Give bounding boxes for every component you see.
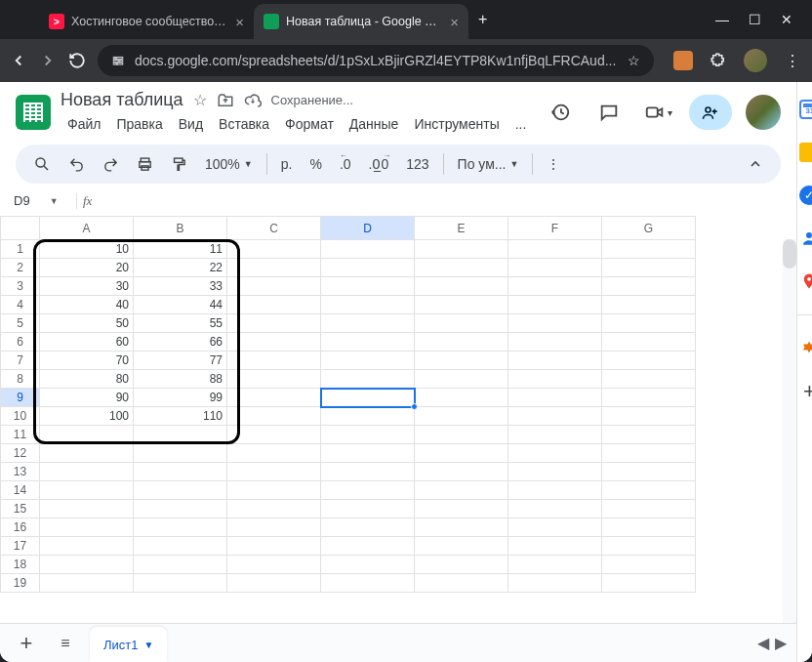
zoom-dropdown[interactable]: 100% ▼ xyxy=(197,150,261,178)
grid-cell[interactable]: 77 xyxy=(134,352,227,370)
grid-cell[interactable] xyxy=(602,537,696,556)
undo-button[interactable] xyxy=(61,150,93,179)
grid-cell[interactable] xyxy=(321,314,415,333)
grid-cell[interactable] xyxy=(227,426,321,444)
row-header[interactable]: 7 xyxy=(1,352,40,370)
grid-cell[interactable] xyxy=(321,556,415,574)
search-menu-button[interactable] xyxy=(25,149,59,179)
row-header[interactable]: 3 xyxy=(1,277,40,296)
grid-cell[interactable] xyxy=(321,407,415,426)
addon-icon[interactable] xyxy=(799,339,812,358)
grid-cell[interactable]: 110 xyxy=(134,407,227,426)
column-header[interactable]: B xyxy=(134,217,227,240)
account-avatar[interactable] xyxy=(746,95,781,130)
browser-profile-avatar[interactable] xyxy=(744,49,767,72)
browser-tab[interactable]: Новая таблица - Google Табли× xyxy=(254,4,468,39)
grid-cell[interactable] xyxy=(415,500,508,518)
grid-cell[interactable] xyxy=(134,426,227,444)
move-doc-icon[interactable] xyxy=(217,92,234,109)
grid-cell[interactable] xyxy=(134,518,227,537)
grid-cell[interactable]: 50 xyxy=(40,314,134,333)
grid-cell[interactable] xyxy=(415,463,508,481)
grid-cell[interactable] xyxy=(321,518,415,537)
row-header[interactable]: 5 xyxy=(1,314,40,333)
print-button[interactable] xyxy=(129,150,161,179)
grid-cell[interactable] xyxy=(508,574,602,593)
grid-cell[interactable]: 80 xyxy=(40,370,134,389)
contacts-icon[interactable] xyxy=(799,228,812,248)
grid-cell[interactable] xyxy=(602,574,696,593)
grid-cell[interactable]: 99 xyxy=(134,389,227,407)
grid-cell[interactable] xyxy=(227,444,321,463)
grid-cell[interactable] xyxy=(602,314,696,333)
star-doc-icon[interactable]: ☆ xyxy=(193,91,207,109)
scroll-right-button[interactable]: ▶ xyxy=(775,634,787,652)
close-window-button[interactable]: ✕ xyxy=(781,12,792,27)
close-tab-button[interactable]: × xyxy=(235,14,244,30)
menu-item[interactable]: Правка xyxy=(109,113,169,135)
grid-cell[interactable] xyxy=(602,444,696,463)
grid-cell[interactable] xyxy=(227,389,321,407)
row-header[interactable]: 14 xyxy=(1,481,40,500)
font-dropdown[interactable]: По ум... ▼ xyxy=(450,150,527,178)
get-addons-button[interactable]: + xyxy=(799,382,812,401)
select-all-corner[interactable] xyxy=(1,217,40,240)
grid-cell[interactable] xyxy=(508,370,602,389)
grid-cell[interactable] xyxy=(508,481,602,500)
grid-cell[interactable] xyxy=(134,537,227,556)
grid-cell[interactable]: 30 xyxy=(40,277,134,296)
grid-cell[interactable] xyxy=(415,389,508,407)
row-header[interactable]: 6 xyxy=(1,333,40,352)
grid-cell[interactable] xyxy=(602,556,696,574)
close-tab-button[interactable]: × xyxy=(450,14,459,30)
maximize-button[interactable]: ☐ xyxy=(749,12,761,27)
grid-cell[interactable] xyxy=(40,518,134,537)
grid-cell[interactable] xyxy=(415,296,508,314)
more-toolbar-button[interactable]: ⋮ xyxy=(539,150,568,178)
column-header[interactable]: E xyxy=(415,217,508,240)
grid-cell[interactable] xyxy=(415,426,508,444)
grid-cell[interactable] xyxy=(508,352,602,370)
grid-cell[interactable] xyxy=(40,481,134,500)
menu-item[interactable]: Вставка xyxy=(212,113,276,135)
grid-cell[interactable] xyxy=(321,426,415,444)
grid-cell[interactable] xyxy=(227,537,321,556)
grid-cell[interactable]: 60 xyxy=(40,333,134,352)
grid-cell[interactable] xyxy=(508,240,602,259)
row-header[interactable]: 12 xyxy=(1,444,40,463)
browser-tab[interactable]: >Хостинговое сообщество «Tin× xyxy=(39,4,254,39)
grid-cell[interactable]: 22 xyxy=(134,259,227,277)
grid-cell[interactable] xyxy=(227,259,321,277)
grid-cell[interactable] xyxy=(415,352,508,370)
keep-icon[interactable] xyxy=(799,143,812,162)
collapse-toolbar-button[interactable] xyxy=(740,150,771,178)
grid-cell[interactable] xyxy=(321,352,415,370)
grid-cell[interactable]: 10 xyxy=(40,240,134,259)
decrease-decimal-button[interactable]: .0← xyxy=(332,150,359,178)
history-button[interactable] xyxy=(543,95,578,130)
grid-cell[interactable] xyxy=(415,240,508,259)
grid-cell[interactable] xyxy=(134,444,227,463)
grid-cell[interactable]: 88 xyxy=(134,370,227,389)
extensions-button[interactable] xyxy=(709,51,728,70)
grid-cell[interactable] xyxy=(134,481,227,500)
grid-cell[interactable] xyxy=(227,500,321,518)
grid-cell[interactable] xyxy=(602,407,696,426)
grid-cell[interactable] xyxy=(227,240,321,259)
grid-cell[interactable]: 70 xyxy=(40,352,134,370)
row-header[interactable]: 9 xyxy=(1,389,40,407)
grid-cell[interactable] xyxy=(415,277,508,296)
cloud-status-icon[interactable] xyxy=(244,92,262,109)
grid-cell[interactable] xyxy=(602,333,696,352)
grid-cell[interactable] xyxy=(321,574,415,593)
sheets-logo[interactable] xyxy=(16,95,51,130)
column-header[interactable]: F xyxy=(508,217,602,240)
scroll-left-button[interactable]: ◀ xyxy=(757,634,769,652)
grid-cell[interactable] xyxy=(227,296,321,314)
grid-cell[interactable] xyxy=(415,333,508,352)
format-123-button[interactable]: 123 xyxy=(398,150,436,178)
row-header[interactable]: 1 xyxy=(1,240,40,259)
grid-cell[interactable] xyxy=(508,556,602,574)
grid-cell[interactable] xyxy=(321,333,415,352)
grid-cell[interactable] xyxy=(227,352,321,370)
